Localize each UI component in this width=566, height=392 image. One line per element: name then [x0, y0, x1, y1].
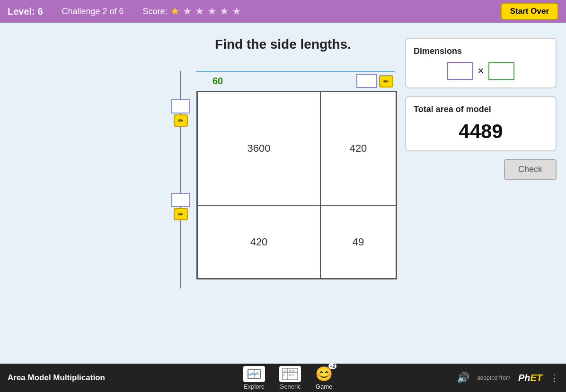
left-bottom-input-group: ✏ [171, 193, 190, 220]
pencil-icon-2: ✏ [178, 210, 184, 218]
star-empty-1: ★ [183, 5, 192, 17]
top-ruler-row [196, 71, 395, 72]
challenge-label: Challenge 2 of 6 [62, 7, 124, 17]
sound-icon[interactable]: 🔊 [457, 372, 469, 384]
left-top-edit-button[interactable]: ✏ [174, 114, 188, 127]
grid-cell-top-left: 3600 [197, 92, 320, 205]
star-empty-5: ★ [232, 5, 241, 17]
left-controls: ✏ ✏ [169, 71, 193, 220]
header: Level: 6 Challenge 2 of 6 Score: ★ ★ ★ ★… [0, 0, 566, 23]
star-empty-2: ★ [195, 5, 204, 17]
game-badge: +2 [328, 364, 336, 369]
svg-text:14: 14 [289, 374, 292, 376]
nav-item-generic[interactable]: 10 70 30 2 14 6 Generic [279, 366, 301, 390]
footer: Area Model Multiplication Explore [0, 364, 566, 392]
left-bottom-input[interactable] [171, 193, 190, 207]
svg-text:10: 10 [283, 369, 286, 372]
dimension-height-input[interactable] [488, 62, 514, 80]
top-input-group: ✏ [356, 74, 393, 88]
total-area-label: Total area of model [414, 105, 548, 114]
horizontal-ruler-line [196, 71, 395, 72]
svg-text:70: 70 [289, 369, 292, 372]
instruction-text: Find the side lengths. [215, 37, 351, 52]
dimension-width-input[interactable] [447, 62, 473, 80]
app-title: Area Model Multiplication [8, 373, 105, 383]
svg-text:30: 30 [292, 369, 295, 372]
top-right-input[interactable] [356, 74, 377, 88]
start-over-button[interactable]: Start Over [501, 3, 558, 20]
game-icon-wrapper: 😊 +2 [315, 366, 333, 382]
pencil-icon-3: ✏ [383, 78, 389, 85]
model-area: ✏ ✏ 60 ✏ [169, 71, 397, 279]
game-label: Game [316, 383, 332, 390]
grid-cell-bottom-left: 420 [197, 205, 320, 279]
star-filled-1: ★ [170, 5, 180, 17]
dimensions-row: × [414, 62, 548, 80]
footer-nav: Explore 10 70 30 2 14 6 Generic [119, 366, 457, 390]
dimensions-box: Dimensions × [405, 38, 557, 88]
left-top-input[interactable] [171, 99, 190, 113]
top-label-area: 60 ✏ [196, 74, 395, 88]
pencil-icon: ✏ [178, 117, 184, 124]
explore-icon [243, 366, 265, 382]
grid-cell-top-right: 420 [320, 92, 396, 205]
nav-item-game[interactable]: 😊 +2 Game [315, 366, 333, 390]
more-options-icon[interactable]: ⋮ [550, 373, 558, 383]
multiply-symbol: × [478, 65, 484, 77]
check-button[interactable]: Check [504, 159, 557, 180]
svg-text:2: 2 [283, 374, 285, 376]
top-area: 60 ✏ 3600 420 420 [196, 71, 397, 279]
footer-right: 🔊 adapted from PhET ⋮ [457, 372, 558, 384]
phet-logo: PhET [518, 373, 542, 383]
top-right-edit-button[interactable]: ✏ [379, 75, 393, 87]
left-top-input-group: ✏ [171, 99, 190, 127]
generic-label: Generic [279, 383, 301, 390]
nav-item-explore[interactable]: Explore [243, 366, 265, 390]
total-area-box: Total area of model 4489 [405, 96, 557, 151]
right-panel: Dimensions × Total area of model 4489 Ch… [405, 38, 557, 180]
explore-label: Explore [244, 383, 265, 390]
top-number-label: 60 [212, 76, 223, 87]
score-label: Score: ★ ★ ★ ★ ★ ★ [143, 5, 241, 17]
adapted-from-label: adapted from [477, 375, 511, 381]
area-model-grid: 3600 420 420 49 [196, 91, 397, 279]
svg-text:6: 6 [292, 374, 293, 376]
level-label: Level: 6 [8, 6, 43, 17]
dimensions-label: Dimensions [414, 46, 548, 56]
star-empty-3: ★ [207, 5, 217, 17]
generic-icon: 10 70 30 2 14 6 [279, 366, 301, 382]
left-bottom-edit-button[interactable]: ✏ [174, 208, 188, 220]
star-empty-4: ★ [220, 5, 229, 17]
total-area-value: 4489 [414, 120, 548, 143]
grid-cell-bottom-right: 49 [320, 205, 396, 279]
